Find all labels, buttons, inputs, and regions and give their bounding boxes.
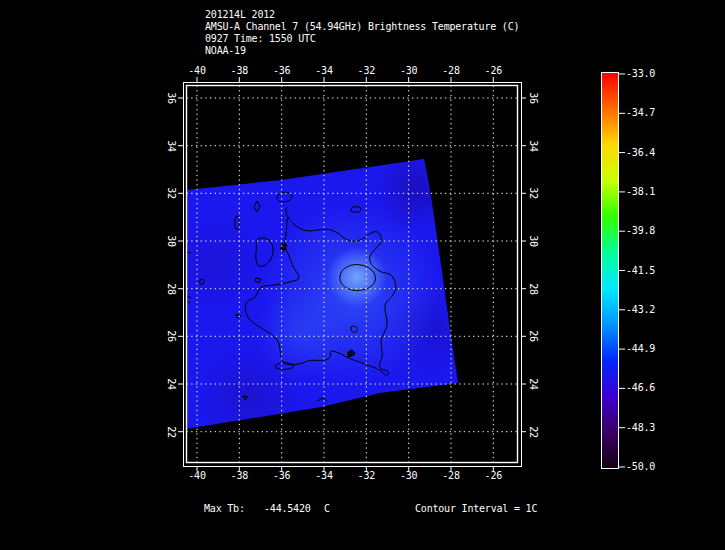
- data-swath: [186, 159, 458, 429]
- lon-tick-label-top: -38: [219, 65, 259, 76]
- colorbar-tick-label: -34.7: [626, 107, 655, 119]
- lat-tick-label-right: 36: [527, 87, 539, 109]
- lat-tick-label-left: 32: [165, 182, 177, 204]
- max-tb-label: Max Tb:: [204, 503, 245, 514]
- max-tb-value: -44.5420: [264, 503, 311, 514]
- lat-tick-label-left: 26: [165, 325, 177, 347]
- lat-tick-label-right: 34: [527, 135, 539, 157]
- lon-tick-label-top: -40: [177, 65, 217, 76]
- lat-tick-label-right: 24: [527, 373, 539, 395]
- contour-interval-text: Contour Interval = 1C: [415, 503, 537, 514]
- colorbar-tick-label: -33.0: [626, 68, 655, 80]
- page-title: AMSU-A Channel 7 (54.94GHz) Brightness T…: [205, 21, 519, 32]
- colorbar: [601, 72, 619, 469]
- colorbar-tick-label: -48.3: [626, 422, 655, 434]
- lon-tick-label-bottom: -32: [346, 470, 386, 481]
- colorbar-tick-label: -38.1: [626, 186, 655, 198]
- title-date-line: 201214L 2012: [205, 9, 275, 20]
- lon-tick-label-bottom: -40: [177, 470, 217, 481]
- lon-tick-label-bottom: -36: [262, 470, 302, 481]
- lat-tick-label-right: 22: [527, 421, 539, 443]
- colorbar-gradient: [602, 73, 618, 468]
- lon-tick-label-top: -26: [473, 65, 513, 76]
- colorbar-ticks: [618, 70, 628, 472]
- lon-tick-label-bottom: -28: [431, 470, 471, 481]
- lat-tick-label-left: 36: [165, 87, 177, 109]
- lon-tick-label-top: -32: [346, 65, 386, 76]
- lon-tick-label-top: -28: [431, 65, 471, 76]
- lon-tick-label-top: -34: [304, 65, 344, 76]
- lon-tick-label-bottom: -34: [304, 470, 344, 481]
- lon-tick-label-top: -36: [262, 65, 302, 76]
- lon-tick-label-top: -30: [389, 65, 429, 76]
- colorbar-tick-label: -44.9: [626, 343, 655, 355]
- lat-tick-label-right: 32: [527, 182, 539, 204]
- lon-tick-label-bottom: -38: [219, 470, 259, 481]
- colorbar-tick-label: -41.5: [626, 265, 655, 277]
- lat-tick-label-left: 22: [165, 421, 177, 443]
- lat-tick-label-left: 30: [165, 230, 177, 252]
- lat-tick-label-left: 34: [165, 135, 177, 157]
- lat-tick-label-right: 30: [527, 230, 539, 252]
- map-plot: 4545: [170, 70, 540, 480]
- max-tb-unit: C: [324, 503, 330, 514]
- lat-tick-label-left: 28: [165, 278, 177, 300]
- title-time-line: 0927 Time: 1550 UTC: [205, 33, 316, 44]
- lon-tick-label-bottom: -26: [473, 470, 513, 481]
- colorbar-tick-label: -36.4: [626, 147, 655, 159]
- colorbar-tick-label: -39.8: [626, 225, 655, 237]
- lon-tick-label-bottom: -30: [389, 470, 429, 481]
- lat-tick-label-left: 24: [165, 373, 177, 395]
- lat-tick-label-right: 28: [527, 278, 539, 300]
- plot-canvas: 201214L 2012 AMSU-A Channel 7 (54.94GHz)…: [0, 0, 725, 550]
- colorbar-tick-label: -43.2: [626, 304, 655, 316]
- colorbar-tick-label: -50.0: [626, 461, 655, 473]
- colorbar-tick-label: -46.6: [626, 382, 655, 394]
- title-satellite: NOAA-19: [205, 45, 246, 56]
- lat-tick-label-right: 26: [527, 325, 539, 347]
